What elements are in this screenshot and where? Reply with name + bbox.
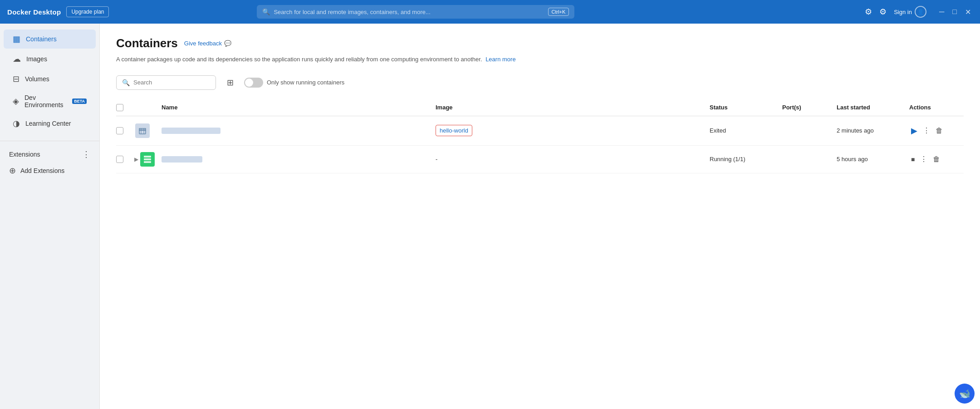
row2-checkbox: [116, 156, 134, 163]
row1-image-highlighted: hello-world: [436, 125, 472, 136]
col-name: Name: [162, 104, 436, 111]
main-layout: ▦ Containers ☁ Images ⊟ Volumes ◈ Dev En…: [0, 24, 980, 409]
learn-more-link[interactable]: Learn more: [485, 56, 515, 63]
add-extensions-icon: ⊕: [9, 166, 16, 176]
hello-world-image-link[interactable]: hello-world: [440, 127, 468, 134]
table-row: ▶ - Running (1/1): [116, 146, 964, 173]
app-brand: Docker Desktop: [7, 8, 61, 16]
page-header: Containers Give feedback 💬: [116, 36, 964, 50]
sidebar-item-volumes[interactable]: ⊟ Volumes: [4, 69, 96, 89]
feedback-label: Give feedback: [184, 40, 222, 47]
container-search-box[interactable]: 🔍: [116, 75, 216, 90]
sidebar-item-label: Volumes: [25, 75, 49, 83]
row1-play-button[interactable]: ▶: [909, 124, 919, 138]
search-icon: 🔍: [262, 8, 270, 15]
row1-icon-cell: [134, 123, 162, 139]
bottom-right-logo: 🐋: [955, 384, 975, 404]
row1-checkbox: [116, 127, 134, 134]
row1-last-started-cell: 2 minutes ago: [837, 127, 909, 134]
minimize-button[interactable]: ─: [937, 7, 946, 17]
sidebar-item-label: Learning Center: [25, 120, 71, 127]
row2-last-started-cell: 5 hours ago: [837, 156, 909, 163]
search-input[interactable]: [133, 79, 210, 86]
row1-delete-button[interactable]: 🗑: [934, 125, 945, 137]
row2-select-checkbox[interactable]: [116, 156, 123, 163]
table-header: Name Image Status Port(s) Last started A…: [116, 99, 964, 116]
search-box-icon: 🔍: [122, 79, 130, 86]
select-all-checkbox[interactable]: [116, 104, 123, 111]
dev-environments-icon: ◈: [13, 96, 19, 106]
row1-image-cell: hello-world: [436, 125, 710, 136]
signin-label: Sign in: [894, 9, 912, 15]
extensions-more-button[interactable]: ⋮: [82, 150, 90, 158]
give-feedback-link[interactable]: Give feedback 💬: [184, 40, 231, 47]
sidebar-item-label: Images: [26, 55, 47, 63]
feedback-icon: 💬: [224, 40, 231, 47]
sidebar-item-containers[interactable]: ▦ Containers: [4, 30, 96, 49]
search-shortcut-badge: Ctrl+K: [548, 8, 569, 16]
svg-rect-1: [139, 128, 146, 130]
sidebar: ▦ Containers ☁ Images ⊟ Volumes ◈ Dev En…: [0, 24, 100, 409]
upgrade-plan-button[interactable]: Upgrade plan: [66, 6, 109, 17]
col-checkbox: [116, 104, 134, 111]
container-type-icon: [134, 123, 151, 139]
row1-name-blurred: [162, 128, 220, 134]
sidebar-item-dev-environments[interactable]: ◈ Dev Environments BETA: [4, 89, 96, 113]
window-controls: ─ □ ✕: [937, 7, 973, 17]
logo-icon: 🐋: [959, 388, 970, 399]
extensions-header[interactable]: Extensions ⋮: [0, 147, 99, 162]
running-filter-toggle: Only show running containers: [244, 78, 344, 88]
page-title: Containers: [116, 36, 178, 50]
user-avatar: 👤: [915, 6, 926, 18]
row2-image-cell: -: [436, 156, 710, 163]
stack-icon: [140, 152, 155, 167]
row2-more-button[interactable]: ⋮: [918, 153, 929, 165]
global-search-bar[interactable]: 🔍 Search for local and remote images, co…: [257, 5, 574, 19]
running-toggle-label: Only show running containers: [267, 79, 344, 86]
svg-rect-6: [144, 161, 151, 163]
containers-icon: ▦: [13, 34, 20, 44]
row1-select-checkbox[interactable]: [116, 127, 123, 134]
table-row: hello-world Exited 2 minutes ago ▶ ⋮ 🗑: [116, 116, 964, 146]
close-button[interactable]: ✕: [963, 7, 973, 17]
images-icon: ☁: [13, 54, 21, 64]
row2-delete-button[interactable]: 🗑: [931, 153, 942, 165]
sidebar-item-label: Dev Environments: [24, 94, 66, 108]
row1-actions-cell: ▶ ⋮ 🗑: [909, 124, 964, 138]
search-placeholder-text: Search for local and remote images, cont…: [274, 9, 430, 15]
row2-expand-button[interactable]: ▶: [134, 156, 138, 163]
row1-more-button[interactable]: ⋮: [921, 124, 932, 137]
svg-rect-5: [144, 158, 151, 160]
col-last-started: Last started: [837, 104, 909, 111]
sidebar-item-learning-center[interactable]: ◑ Learning Center: [4, 114, 96, 133]
add-extensions-item[interactable]: ⊕ Add Extensions: [0, 162, 99, 179]
maximize-button[interactable]: □: [951, 7, 959, 17]
sidebar-item-label: Containers: [26, 35, 57, 43]
running-toggle-switch[interactable]: [244, 78, 263, 88]
row2-actions-cell: ■ ⋮ 🗑: [909, 153, 964, 165]
extensions-icon[interactable]: ⚙: [865, 7, 872, 17]
row2-stop-button[interactable]: ■: [909, 154, 916, 165]
view-toggle-button[interactable]: ⊞: [222, 75, 238, 90]
row1-name-cell: [162, 128, 436, 134]
page-description: A container packages up code and its dep…: [116, 55, 964, 64]
col-status: Status: [710, 104, 782, 111]
volumes-icon: ⊟: [13, 74, 20, 84]
beta-badge: BETA: [72, 99, 87, 104]
row2-name-cell: [162, 156, 436, 163]
box-svg-icon: [138, 126, 147, 135]
svg-rect-4: [144, 156, 151, 158]
col-ports: Port(s): [782, 104, 837, 111]
stack-svg-icon: [142, 154, 152, 164]
toolbar: 🔍 ⊞ Only show running containers: [116, 75, 964, 90]
extensions-label: Extensions: [9, 151, 40, 158]
signin-button[interactable]: Sign in 👤: [894, 6, 926, 18]
titlebar-actions: ⚙ ⚙ Sign in 👤: [865, 6, 926, 18]
settings-icon[interactable]: ⚙: [879, 7, 887, 17]
col-actions: Actions: [909, 104, 964, 111]
row2-icon-cell: ▶: [134, 152, 162, 167]
extensions-section: Extensions ⋮ ⊕ Add Extensions: [0, 141, 99, 179]
sidebar-item-images[interactable]: ☁ Images: [4, 49, 96, 69]
content-area: Containers Give feedback 💬 A container p…: [100, 24, 980, 409]
row2-name-blurred: [162, 156, 202, 163]
